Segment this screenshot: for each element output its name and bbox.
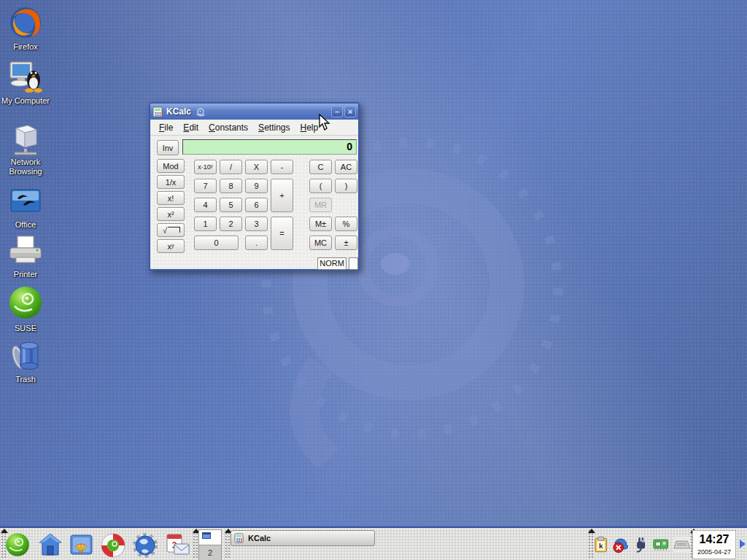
key-multiply[interactable]: X (245, 160, 268, 174)
home-icon (38, 532, 63, 557)
kpowersave-plug-icon[interactable] (633, 536, 649, 553)
taskbar-handle[interactable] (225, 529, 230, 559)
panel-hide-button[interactable] (738, 529, 747, 559)
wallpaper-texture (0, 0, 747, 560)
show-desktop-launcher[interactable] (69, 533, 93, 560)
status-mode: NORM (317, 257, 347, 270)
system-tray: k (593, 532, 690, 558)
suse-menu-icon (4, 532, 31, 558)
key-square[interactable]: x² (157, 207, 185, 221)
desktop-icon-label: Printer (14, 270, 37, 279)
desktop-icon-trash[interactable]: Trash (0, 337, 51, 385)
window-title: KCalc (166, 106, 191, 117)
suse-help-launcher[interactable] (100, 532, 126, 560)
pager-desktop-1[interactable] (199, 530, 221, 545)
firefox-icon (9, 6, 42, 39)
key-plus[interactable]: + (271, 179, 293, 212)
pager-desktop-2[interactable]: 2 (199, 545, 221, 560)
minimize-button[interactable]: – (331, 106, 343, 117)
kcalc-menubar: File Edit Constants Settings Help (150, 120, 358, 136)
printer-icon (9, 233, 42, 267)
status-memory-indicator (349, 257, 358, 270)
network-card-icon[interactable] (652, 537, 669, 553)
taskbar-panel: 3 2 KCalc k (0, 526, 747, 560)
key-dot[interactable]: . (245, 236, 268, 250)
taskbar-window-button-kcalc[interactable]: KCalc (231, 530, 375, 546)
close-button[interactable]: × (344, 106, 356, 117)
calculator-display: 0 (182, 139, 357, 155)
kmenu-button[interactable] (4, 532, 31, 560)
key-sqrt[interactable]: √ (157, 223, 185, 237)
desktop-pager: 2 (198, 529, 222, 560)
my-computer-icon (9, 58, 42, 93)
key-clear[interactable]: C (309, 160, 332, 174)
key-mem-recall[interactable]: MR (309, 198, 332, 212)
key-power[interactable]: xʸ (157, 239, 185, 253)
home-folder-launcher[interactable] (38, 532, 63, 560)
key-7[interactable]: 7 (194, 179, 217, 193)
desktop-icon-my-computer[interactable]: My Computer (0, 58, 51, 106)
svg-text:k: k (599, 542, 603, 550)
keyboard-layout-icon[interactable] (673, 537, 690, 553)
desktop-icon-network-browsing[interactable]: Network Browsing (0, 120, 51, 177)
menu-edit[interactable]: Edit (183, 122, 198, 133)
key-6[interactable]: 6 (245, 198, 268, 212)
key-plus-minus[interactable]: ± (335, 236, 357, 250)
key-paren-open[interactable]: ( (309, 179, 332, 193)
menu-help[interactable]: Help (300, 122, 318, 133)
desktop-icon-suse[interactable]: SUSE (0, 284, 51, 334)
clock-date: 2005-04-27 (693, 548, 735, 556)
lifesaver-help-icon (100, 532, 126, 559)
desktop-icon-printer[interactable]: Printer (0, 233, 51, 280)
menu-constants[interactable]: Constants (209, 122, 248, 133)
key-2[interactable]: 2 (220, 217, 242, 231)
key-0[interactable]: 0 (194, 236, 239, 250)
desktop-icon-office[interactable]: Office (0, 185, 51, 230)
taskbar-window-button-label: KCalc (248, 534, 271, 542)
key-all-clear[interactable]: AC (335, 160, 357, 174)
clock-time: 14:27 (693, 531, 735, 548)
menu-file[interactable]: File (159, 122, 173, 133)
kontact-calendar-mail-icon: 3 (165, 532, 191, 559)
key-inv[interactable]: Inv (157, 140, 179, 155)
pager-handle[interactable] (193, 529, 198, 559)
key-paren-close[interactable]: ) (335, 179, 357, 193)
konqueror-launcher[interactable] (132, 532, 158, 560)
desktop-icon-label: My Computer (1, 96, 50, 106)
susewatcher-icon[interactable] (612, 536, 629, 553)
klipper-icon[interactable]: k (593, 536, 608, 553)
key-8[interactable]: 8 (220, 179, 242, 193)
key-mem-plus-minus[interactable]: M± (309, 217, 332, 231)
key-reciprocal[interactable]: 1/x (157, 175, 185, 189)
key-mem-clear[interactable]: MC (309, 236, 332, 250)
key-5[interactable]: 5 (220, 198, 242, 212)
key-4[interactable]: 4 (194, 198, 217, 212)
desktop-icon-label: Firefox (13, 42, 38, 52)
network-browsing-icon (9, 120, 42, 156)
desktop-icon-firefox[interactable]: Firefox (0, 6, 51, 52)
desktop-icon-label: SUSE (15, 324, 36, 333)
systray-handle[interactable] (588, 529, 593, 559)
key-equals[interactable]: = (271, 217, 293, 250)
desktop-icon-label: Office (15, 220, 36, 230)
key-percent[interactable]: % (335, 217, 357, 231)
key-1[interactable]: 1 (194, 217, 217, 231)
konqueror-globe-gear-icon (132, 532, 158, 559)
kcalc-titlebar[interactable]: KCalc – × (150, 104, 358, 120)
desktop-icon-label: Trash (15, 375, 36, 384)
kontact-launcher[interactable]: 3 (165, 532, 191, 560)
kcalc-task-icon (234, 533, 244, 543)
office-icon (9, 185, 42, 217)
key-mod[interactable]: Mod (157, 159, 185, 173)
key-9[interactable]: 9 (245, 179, 268, 193)
key-exp[interactable]: x·10ʸ (194, 160, 217, 174)
key-3[interactable]: 3 (245, 217, 268, 231)
titlebar-suse-swirl-icon (195, 106, 206, 117)
key-minus[interactable]: - (271, 160, 293, 174)
menu-settings[interactable]: Settings (258, 122, 290, 133)
key-factorial[interactable]: x! (157, 191, 185, 205)
pager-window-thumbnail (202, 532, 211, 539)
key-divide[interactable]: / (220, 160, 242, 174)
kcalc-app-icon (152, 106, 163, 117)
panel-clock[interactable]: 14:27 2005-04-27 (692, 530, 736, 559)
